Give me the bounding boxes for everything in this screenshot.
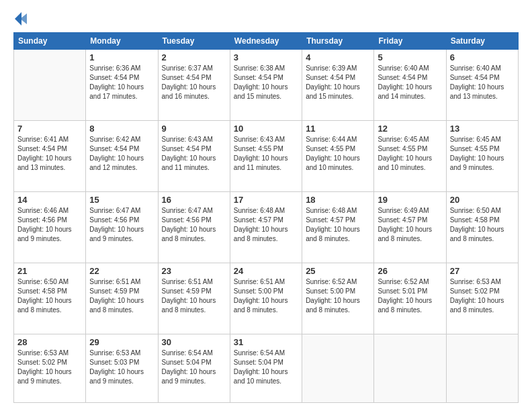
- day-number: 26: [378, 266, 442, 276]
- calendar-cell: 5Sunrise: 6:40 AM Sunset: 4:54 PM Daylig…: [374, 49, 446, 120]
- day-info: Sunrise: 6:53 AM Sunset: 5:02 PM Dayligh…: [450, 277, 515, 315]
- calendar-cell: 24Sunrise: 6:51 AM Sunset: 5:00 PM Dayli…: [230, 263, 302, 334]
- day-number: 27: [450, 266, 515, 276]
- week-row-1: 7Sunrise: 6:41 AM Sunset: 4:54 PM Daylig…: [14, 120, 519, 191]
- calendar-cell: 16Sunrise: 6:47 AM Sunset: 4:56 PM Dayli…: [158, 191, 230, 263]
- day-info: Sunrise: 6:38 AM Sunset: 4:54 PM Dayligh…: [234, 64, 298, 101]
- calendar-cell: 3Sunrise: 6:38 AM Sunset: 4:54 PM Daylig…: [230, 49, 302, 120]
- day-number: 2: [162, 52, 226, 62]
- calendar-cell: 27Sunrise: 6:53 AM Sunset: 5:02 PM Dayli…: [446, 263, 518, 334]
- day-info: Sunrise: 6:50 AM Sunset: 4:58 PM Dayligh…: [450, 206, 515, 244]
- day-number: 3: [234, 52, 298, 62]
- day-info: Sunrise: 6:45 AM Sunset: 4:55 PM Dayligh…: [378, 135, 442, 173]
- calendar-cell: 22Sunrise: 6:51 AM Sunset: 4:59 PM Dayli…: [86, 263, 158, 334]
- day-info: Sunrise: 6:51 AM Sunset: 4:59 PM Dayligh…: [89, 277, 154, 315]
- calendar-cell: 9Sunrise: 6:43 AM Sunset: 4:54 PM Daylig…: [158, 120, 230, 191]
- calendar-cell: 4Sunrise: 6:39 AM Sunset: 4:54 PM Daylig…: [302, 49, 374, 120]
- day-info: Sunrise: 6:53 AM Sunset: 5:02 PM Dayligh…: [17, 349, 82, 386]
- weekday-header-friday: Friday: [374, 32, 446, 49]
- page: SundayMondayTuesdayWednesdayThursdayFrid…: [0, 0, 532, 411]
- calendar-cell: 17Sunrise: 6:48 AM Sunset: 4:57 PM Dayli…: [230, 191, 302, 263]
- calendar-cell: 15Sunrise: 6:47 AM Sunset: 4:56 PM Dayli…: [86, 191, 158, 263]
- day-number: 6: [450, 52, 515, 62]
- day-number: 24: [234, 266, 298, 276]
- day-info: Sunrise: 6:43 AM Sunset: 4:54 PM Dayligh…: [162, 135, 226, 173]
- calendar-cell: 2Sunrise: 6:37 AM Sunset: 4:54 PM Daylig…: [158, 49, 230, 120]
- day-number: 21: [17, 266, 82, 276]
- calendar-cell: 28Sunrise: 6:53 AM Sunset: 5:02 PM Dayli…: [14, 334, 86, 402]
- weekday-header-saturday: Saturday: [446, 32, 518, 49]
- day-info: Sunrise: 6:49 AM Sunset: 4:57 PM Dayligh…: [378, 206, 442, 244]
- calendar-cell: 12Sunrise: 6:45 AM Sunset: 4:55 PM Dayli…: [374, 120, 446, 191]
- calendar-cell: 8Sunrise: 6:42 AM Sunset: 4:54 PM Daylig…: [86, 120, 158, 191]
- day-info: Sunrise: 6:36 AM Sunset: 4:54 PM Dayligh…: [89, 64, 154, 101]
- calendar-cell: 31Sunrise: 6:54 AM Sunset: 5:04 PM Dayli…: [230, 334, 302, 402]
- day-info: Sunrise: 6:54 AM Sunset: 5:04 PM Dayligh…: [234, 349, 298, 386]
- day-number: 28: [17, 337, 82, 347]
- day-number: 20: [450, 195, 515, 205]
- weekday-header-wednesday: Wednesday: [230, 32, 302, 49]
- day-number: 16: [162, 195, 226, 205]
- day-number: 22: [89, 266, 154, 276]
- day-info: Sunrise: 6:52 AM Sunset: 5:01 PM Dayligh…: [378, 277, 442, 315]
- day-number: 15: [89, 195, 154, 205]
- logo-icon: [15, 12, 28, 26]
- day-info: Sunrise: 6:42 AM Sunset: 4:54 PM Dayligh…: [89, 135, 154, 173]
- calendar-cell: 26Sunrise: 6:52 AM Sunset: 5:01 PM Dayli…: [374, 263, 446, 334]
- weekday-header-thursday: Thursday: [302, 32, 374, 49]
- weekday-header-tuesday: Tuesday: [158, 32, 230, 49]
- calendar-cell: 20Sunrise: 6:50 AM Sunset: 4:58 PM Dayli…: [446, 191, 518, 263]
- day-number: 29: [89, 337, 154, 347]
- day-info: Sunrise: 6:40 AM Sunset: 4:54 PM Dayligh…: [378, 64, 442, 101]
- day-info: Sunrise: 6:37 AM Sunset: 4:54 PM Dayligh…: [162, 64, 226, 101]
- day-info: Sunrise: 6:45 AM Sunset: 4:55 PM Dayligh…: [450, 135, 515, 173]
- day-info: Sunrise: 6:43 AM Sunset: 4:55 PM Dayligh…: [234, 135, 298, 173]
- day-number: 11: [306, 124, 370, 134]
- calendar-cell: 30Sunrise: 6:54 AM Sunset: 5:04 PM Dayli…: [158, 334, 230, 402]
- day-info: Sunrise: 6:50 AM Sunset: 4:58 PM Dayligh…: [17, 277, 82, 315]
- calendar-cell: 11Sunrise: 6:44 AM Sunset: 4:55 PM Dayli…: [302, 120, 374, 191]
- calendar-cell: 14Sunrise: 6:46 AM Sunset: 4:56 PM Dayli…: [14, 191, 86, 263]
- week-row-0: 1Sunrise: 6:36 AM Sunset: 4:54 PM Daylig…: [14, 49, 519, 120]
- day-number: 13: [450, 124, 515, 134]
- day-number: 31: [234, 337, 298, 347]
- week-row-4: 28Sunrise: 6:53 AM Sunset: 5:02 PM Dayli…: [14, 334, 519, 402]
- calendar-table: SundayMondayTuesdayWednesdayThursdayFrid…: [13, 32, 519, 403]
- day-number: 12: [378, 124, 442, 134]
- day-info: Sunrise: 6:54 AM Sunset: 5:04 PM Dayligh…: [162, 349, 226, 386]
- day-number: 4: [306, 52, 370, 62]
- calendar-cell: 25Sunrise: 6:52 AM Sunset: 5:00 PM Dayli…: [302, 263, 374, 334]
- day-info: Sunrise: 6:47 AM Sunset: 4:56 PM Dayligh…: [162, 206, 226, 244]
- calendar-cell: [302, 334, 374, 402]
- day-number: 25: [306, 266, 370, 276]
- day-number: 30: [162, 337, 226, 347]
- day-number: 19: [378, 195, 442, 205]
- day-info: Sunrise: 6:39 AM Sunset: 4:54 PM Dayligh…: [306, 64, 370, 101]
- day-info: Sunrise: 6:46 AM Sunset: 4:56 PM Dayligh…: [17, 206, 82, 244]
- day-number: 14: [17, 195, 82, 205]
- day-number: 10: [234, 124, 298, 134]
- day-info: Sunrise: 6:51 AM Sunset: 4:59 PM Dayligh…: [162, 277, 226, 315]
- calendar-cell: 10Sunrise: 6:43 AM Sunset: 4:55 PM Dayli…: [230, 120, 302, 191]
- calendar-cell: 13Sunrise: 6:45 AM Sunset: 4:55 PM Dayli…: [446, 120, 518, 191]
- calendar-cell: 1Sunrise: 6:36 AM Sunset: 4:54 PM Daylig…: [86, 49, 158, 120]
- day-info: Sunrise: 6:44 AM Sunset: 4:55 PM Dayligh…: [306, 135, 370, 173]
- calendar-cell: 19Sunrise: 6:49 AM Sunset: 4:57 PM Dayli…: [374, 191, 446, 263]
- week-row-3: 21Sunrise: 6:50 AM Sunset: 4:58 PM Dayli…: [14, 263, 519, 334]
- day-info: Sunrise: 6:47 AM Sunset: 4:56 PM Dayligh…: [89, 206, 154, 244]
- day-info: Sunrise: 6:41 AM Sunset: 4:54 PM Dayligh…: [17, 135, 82, 173]
- calendar-cell: [374, 334, 446, 402]
- calendar-cell: 21Sunrise: 6:50 AM Sunset: 4:58 PM Dayli…: [14, 263, 86, 334]
- day-info: Sunrise: 6:52 AM Sunset: 5:00 PM Dayligh…: [306, 277, 370, 315]
- calendar-cell: 23Sunrise: 6:51 AM Sunset: 4:59 PM Dayli…: [158, 263, 230, 334]
- weekday-header-row: SundayMondayTuesdayWednesdayThursdayFrid…: [14, 32, 519, 49]
- day-number: 18: [306, 195, 370, 205]
- calendar-cell: 29Sunrise: 6:53 AM Sunset: 5:03 PM Dayli…: [86, 334, 158, 402]
- day-number: 17: [234, 195, 298, 205]
- calendar-cell: [14, 49, 86, 120]
- calendar-cell: 6Sunrise: 6:40 AM Sunset: 4:54 PM Daylig…: [446, 49, 518, 120]
- day-number: 1: [89, 52, 154, 62]
- day-number: 7: [17, 124, 82, 134]
- day-info: Sunrise: 6:40 AM Sunset: 4:54 PM Dayligh…: [450, 64, 515, 101]
- day-info: Sunrise: 6:48 AM Sunset: 4:57 PM Dayligh…: [306, 206, 370, 244]
